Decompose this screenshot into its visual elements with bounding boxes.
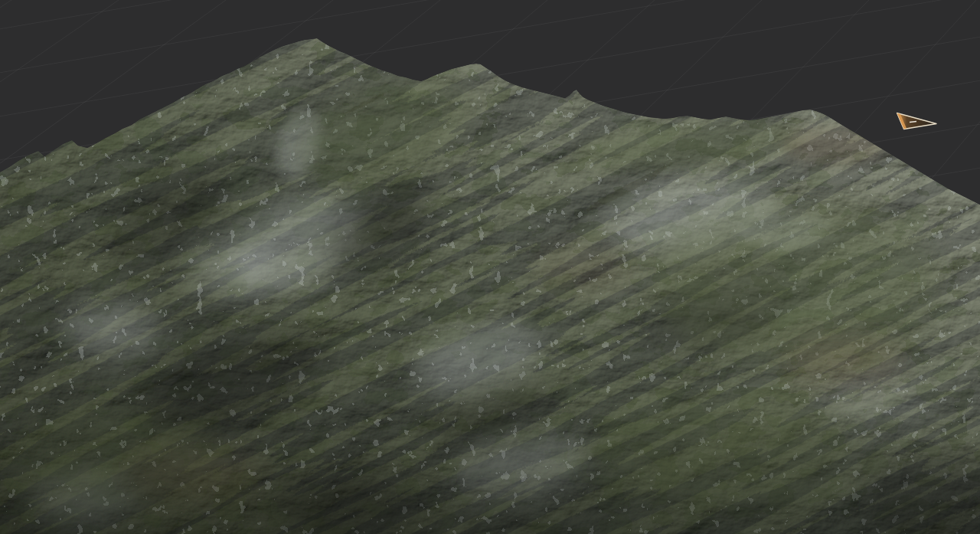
scene-canvas <box>0 0 980 534</box>
viewport-3d[interactable] <box>0 0 980 534</box>
terrain-texture-overlays <box>0 0 980 534</box>
marker-gizmo[interactable] <box>897 113 937 129</box>
terrain-mesh[interactable] <box>0 0 980 534</box>
marker-gizmo-detail <box>910 122 916 123</box>
